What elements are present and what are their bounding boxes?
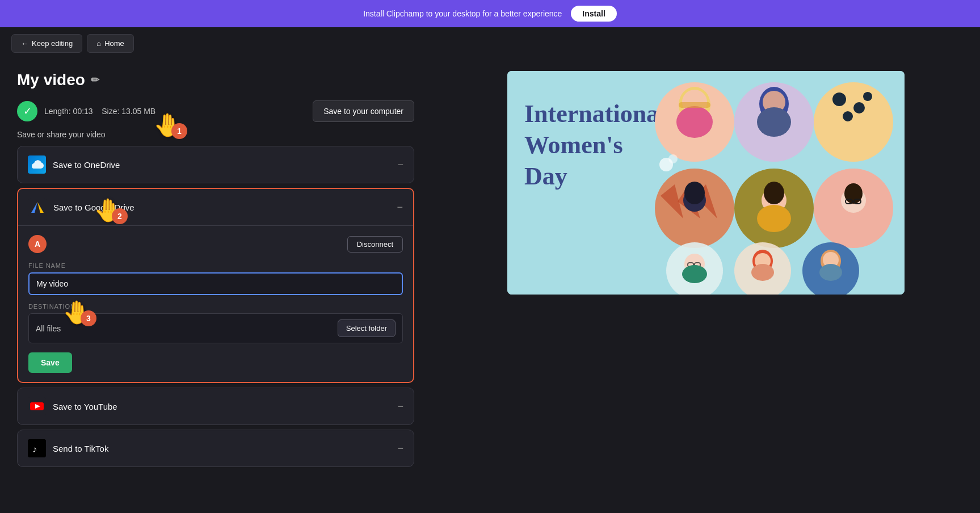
svg-text:Women's: Women's (524, 131, 623, 159)
keep-editing-button[interactable]: ← Keep editing (11, 34, 82, 53)
svg-text:Day: Day (524, 162, 567, 190)
svg-point-28 (843, 111, 853, 121)
preview-svg: International Women's Day (507, 71, 905, 295)
svg-point-39 (757, 205, 791, 232)
destination-label: DESTINATION (28, 303, 403, 310)
main-content: My video ✏ ✓ Length: 00:13 Size: 13.05 M… (0, 60, 980, 513)
destination-row: All files Select folder (28, 313, 403, 343)
install-banner: Install Clipchamp to your desktop for a … (0, 0, 980, 27)
svg-text:♪: ♪ (32, 444, 37, 454)
right-panel: International Women's Day (431, 60, 980, 513)
select-folder-button[interactable]: Select folder (338, 319, 396, 337)
nav-bar: ← Keep editing ⌂ Home (0, 27, 980, 60)
svg-rect-20 (679, 102, 710, 108)
svg-text:International: International (524, 100, 666, 128)
file-name-input[interactable] (28, 272, 403, 295)
svg-rect-2 (28, 198, 47, 216)
tiktok-card[interactable]: ♪ Send to TikTok − (17, 430, 414, 467)
left-panel: My video ✏ ✓ Length: 00:13 Size: 13.05 M… (0, 60, 431, 513)
home-button[interactable]: ⌂ Home (87, 34, 134, 53)
youtube-card[interactable]: Save to YouTube − (17, 388, 414, 425)
page-title: My video (17, 71, 85, 89)
svg-point-29 (863, 92, 872, 101)
svg-point-35 (684, 182, 705, 204)
gdrive-title-row: Save to Google Drive (28, 198, 134, 216)
onedrive-header: Save to OneDrive (28, 155, 120, 174)
account-row: A Disconnect (28, 235, 403, 253)
banner-text: Install Clipchamp to your desktop for a … (363, 9, 562, 18)
options-container: Save to OneDrive − (17, 146, 414, 467)
gdrive-icon (28, 198, 47, 216)
video-meta: Length: 00:13 Size: 13.05 MB (44, 107, 155, 116)
youtube-icon (28, 397, 46, 415)
youtube-header: Save to YouTube (28, 397, 117, 415)
youtube-label: Save to YouTube (53, 402, 117, 411)
page-title-row: My video ✏ (17, 71, 414, 89)
svg-point-25 (814, 82, 893, 162)
check-circle-icon: ✓ (17, 101, 37, 121)
onedrive-card[interactable]: Save to OneDrive − (17, 146, 414, 183)
onedrive-collapse-icon: − (397, 159, 403, 171)
gdrive-save-button[interactable]: Save (28, 352, 72, 373)
svg-point-60 (668, 154, 678, 163)
svg-rect-10 (28, 439, 46, 457)
svg-point-54 (751, 264, 774, 281)
svg-point-19 (676, 106, 713, 138)
file-name-label: FILE NAME (28, 262, 403, 269)
svg-point-38 (764, 182, 784, 204)
save-to-computer-button[interactable]: Save to your computer (313, 100, 414, 122)
svg-point-50 (682, 265, 707, 283)
edit-title-icon[interactable]: ✏ (91, 74, 99, 86)
video-info-left: ✓ Length: 00:13 Size: 13.05 MB (17, 101, 155, 121)
svg-point-26 (832, 92, 846, 106)
tiktok-header: ♪ Send to TikTok (28, 439, 108, 457)
svg-point-27 (853, 102, 865, 113)
gdrive-card-header: Save to Google Drive − (18, 189, 413, 226)
onedrive-icon (28, 155, 46, 174)
share-section-label: Save or share your video (17, 130, 414, 139)
svg-point-58 (819, 264, 842, 281)
video-info-row: ✓ Length: 00:13 Size: 13.05 MB Save to y… (17, 100, 414, 122)
onedrive-label: Save to OneDrive (53, 160, 120, 170)
youtube-collapse-icon: − (397, 401, 403, 413)
tiktok-collapse-icon: − (397, 443, 403, 455)
home-icon: ⌂ (96, 39, 101, 48)
gdrive-card-body: A Disconnect FILE NAME DESTINATION All f… (18, 226, 413, 382)
gdrive-collapse-icon: − (397, 201, 403, 213)
gdrive-expanded-card: Save to Google Drive − A Disconnect FILE… (17, 188, 414, 383)
preview-image: International Women's Day (507, 71, 905, 295)
gdrive-label: Save to Google Drive (53, 203, 134, 212)
tiktok-label: Send to TikTok (53, 444, 108, 453)
disconnect-button[interactable]: Disconnect (347, 236, 403, 253)
back-arrow-icon: ← (21, 39, 28, 48)
install-button[interactable]: Install (571, 6, 616, 22)
svg-point-42 (844, 183, 863, 204)
tiktok-icon: ♪ (28, 439, 46, 457)
destination-value: All files (36, 324, 61, 333)
account-avatar: A (28, 235, 47, 253)
svg-point-24 (757, 107, 791, 137)
